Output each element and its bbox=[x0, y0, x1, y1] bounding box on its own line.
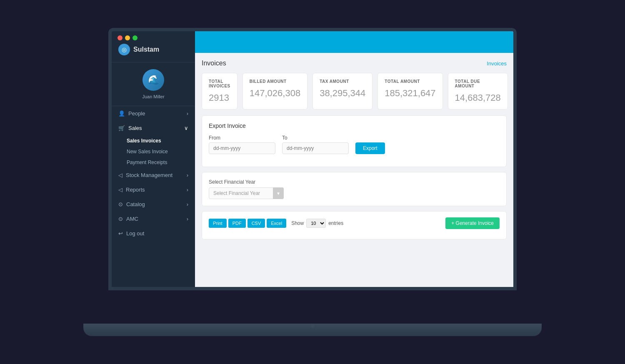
table-card: Print PDF CSV Excel Show 10 25 50 bbox=[202, 211, 507, 239]
stat-value-4: 14,683,728 bbox=[455, 92, 501, 103]
sidebar-item-stock-management[interactable]: ◁ Stock Management › bbox=[112, 168, 195, 182]
show-label: Show bbox=[291, 220, 304, 226]
export-buttons-group: Print PDF CSV Excel bbox=[209, 219, 286, 228]
sidebar-item-sales[interactable]: 🛒 Sales ∨ bbox=[112, 121, 195, 135]
entries-per-page-select[interactable]: 10 25 50 bbox=[306, 219, 326, 228]
stock-icon: ◁ bbox=[118, 172, 122, 178]
reports-icon: ◁ bbox=[118, 187, 122, 193]
sidebar-label-people: People bbox=[128, 110, 145, 117]
minimize-button-mac[interactable] bbox=[125, 35, 130, 40]
pdf-button[interactable]: PDF bbox=[228, 219, 246, 228]
csv-button[interactable]: CSV bbox=[248, 219, 265, 228]
from-label: From bbox=[209, 135, 275, 141]
to-date-input[interactable] bbox=[282, 142, 349, 154]
nav-item-amc-left: ⊙ AMC bbox=[118, 216, 138, 222]
sidebar-sub-sales-invoices[interactable]: Sales Invoices bbox=[112, 135, 195, 146]
stat-label-0: TOTAL INVOICES bbox=[209, 79, 230, 88]
sidebar-item-logout[interactable]: ↩ Log out bbox=[112, 226, 195, 241]
sidebar-label-stock: Stock Management bbox=[126, 172, 172, 178]
from-date-group: From bbox=[209, 135, 275, 154]
export-invoice-title: Export Invoice bbox=[209, 122, 500, 129]
print-button[interactable]: Print bbox=[209, 219, 227, 228]
people-arrow: › bbox=[187, 110, 188, 117]
stat-value-1: 147,026,308 bbox=[250, 88, 300, 99]
sidebar-item-amc[interactable]: ⊙ AMC › bbox=[112, 212, 195, 226]
sub-label-new-sales-invoice: New Sales Invoice bbox=[127, 149, 168, 155]
maximize-button-mac[interactable] bbox=[132, 35, 138, 40]
stat-label-2: TAX AMOUNT bbox=[320, 79, 365, 84]
sub-label-payment-receipts: Payment Receipts bbox=[127, 160, 167, 165]
sidebar-label-catalog: Catalog bbox=[126, 201, 145, 207]
nav-item-logout-left: ↩ Log out bbox=[118, 230, 144, 237]
export-button[interactable]: Export bbox=[355, 142, 385, 154]
stat-label-4: TOTAL DUE AMOUNT bbox=[455, 79, 501, 88]
laptop-screen: ◎ Sulstam 🌊 Juan Miller 👤 People › 🛒 Sa bbox=[108, 28, 517, 290]
sales-icon: 🛒 bbox=[118, 125, 125, 131]
sidebar-label-reports: Reports bbox=[126, 187, 145, 193]
stats-row: TOTAL INVOICES 2913 BILLED AMOUNT 147,02… bbox=[202, 73, 507, 110]
sidebar: ◎ Sulstam 🌊 Juan Miller 👤 People › 🛒 Sa bbox=[112, 31, 195, 287]
nav-item-people-left: 👤 People bbox=[118, 110, 145, 117]
sidebar-item-people[interactable]: 👤 People › bbox=[112, 106, 195, 121]
financial-year-label: Select Financial Year bbox=[209, 179, 500, 185]
sales-arrow: ∨ bbox=[184, 125, 188, 131]
sidebar-logo: ◎ Sulstam bbox=[112, 44, 195, 62]
financial-year-select[interactable]: Select Financial Year 2023-24 2022-23 20… bbox=[209, 187, 284, 199]
catalog-arrow: › bbox=[187, 201, 188, 207]
excel-button[interactable]: Excel bbox=[267, 219, 286, 228]
stat-card-total-due: TOTAL DUE AMOUNT 14,683,728 bbox=[448, 73, 508, 110]
reports-arrow: › bbox=[187, 187, 188, 193]
toolbar-left: Print PDF CSV Excel Show 10 25 50 bbox=[209, 219, 343, 228]
to-date-group: To bbox=[282, 135, 349, 154]
sidebar-item-catalog[interactable]: ⊙ Catalog › bbox=[112, 197, 195, 212]
main-content: Invoices Invoices TOTAL INVOICES 2913 BI… bbox=[195, 31, 513, 287]
sidebar-item-reports[interactable]: ◁ Reports › bbox=[112, 182, 195, 197]
financial-year-card: Select Financial Year Select Financial Y… bbox=[202, 172, 507, 206]
laptop-wrapper: ◎ Sulstam 🌊 Juan Miller 👤 People › 🛒 Sa bbox=[83, 28, 542, 336]
stock-arrow: › bbox=[187, 172, 188, 178]
avatar: 🌊 bbox=[142, 69, 164, 91]
amc-arrow: › bbox=[187, 216, 188, 222]
page-header: Invoices Invoices bbox=[202, 60, 507, 67]
stat-value-0: 2913 bbox=[209, 92, 230, 103]
nav-item-reports-left: ◁ Reports bbox=[118, 187, 145, 193]
stat-label-3: TOTAL AMOUNT bbox=[385, 79, 435, 84]
sidebar-label-logout: Log out bbox=[126, 230, 144, 237]
logo-icon: ◎ bbox=[118, 44, 130, 55]
close-button-mac[interactable] bbox=[118, 35, 122, 40]
breadcrumb-link[interactable]: Invoices bbox=[487, 60, 507, 67]
amc-icon: ⊙ bbox=[118, 216, 123, 222]
nav-item-catalog-left: ⊙ Catalog bbox=[118, 201, 145, 207]
people-icon: 👤 bbox=[118, 110, 125, 117]
stat-value-3: 185,321,647 bbox=[385, 88, 435, 99]
stat-card-total-amount: TOTAL AMOUNT 185,321,647 bbox=[378, 73, 442, 110]
entries-label: entries bbox=[328, 220, 343, 226]
user-avatar-section: 🌊 Juan Miller bbox=[112, 62, 195, 106]
sidebar-label-sales: Sales bbox=[128, 125, 142, 131]
sidebar-sub-new-sales-invoice[interactable]: New Sales Invoice bbox=[112, 146, 195, 157]
stat-card-total-invoices: TOTAL INVOICES 2913 bbox=[202, 73, 238, 110]
financial-year-select-wrapper: Select Financial Year 2023-24 2022-23 20… bbox=[209, 187, 284, 199]
from-date-input[interactable] bbox=[209, 142, 275, 154]
sidebar-sub-payment-receipts[interactable]: Payment Receipts bbox=[112, 157, 195, 168]
stat-value-2: 38,295,344 bbox=[320, 88, 365, 99]
app-name: Sulstam bbox=[133, 46, 159, 53]
export-invoice-card: Export Invoice From To Export bbox=[202, 115, 507, 167]
nav-item-stock-left: ◁ Stock Management bbox=[118, 172, 172, 178]
laptop-base bbox=[83, 324, 542, 336]
generate-invoice-button[interactable]: + Generate Invoice bbox=[445, 217, 500, 229]
content-area: Invoices Invoices TOTAL INVOICES 2913 BI… bbox=[195, 53, 513, 287]
page-title: Invoices bbox=[202, 60, 226, 67]
catalog-icon: ⊙ bbox=[118, 201, 123, 207]
user-name: Juan Miller bbox=[142, 94, 164, 99]
stat-card-billed-amount: BILLED AMOUNT 147,026,308 bbox=[242, 73, 308, 110]
to-label: To bbox=[282, 135, 349, 141]
sidebar-label-amc: AMC bbox=[126, 216, 138, 222]
logout-icon: ↩ bbox=[118, 230, 123, 237]
laptop-notch bbox=[311, 324, 314, 328]
stat-label-1: BILLED AMOUNT bbox=[250, 79, 300, 84]
nav-item-sales-left: 🛒 Sales bbox=[118, 125, 142, 131]
traffic-lights bbox=[118, 35, 138, 40]
export-form-row: From To Export bbox=[209, 135, 500, 154]
stat-card-tax-amount: TAX AMOUNT 38,295,344 bbox=[312, 73, 372, 110]
